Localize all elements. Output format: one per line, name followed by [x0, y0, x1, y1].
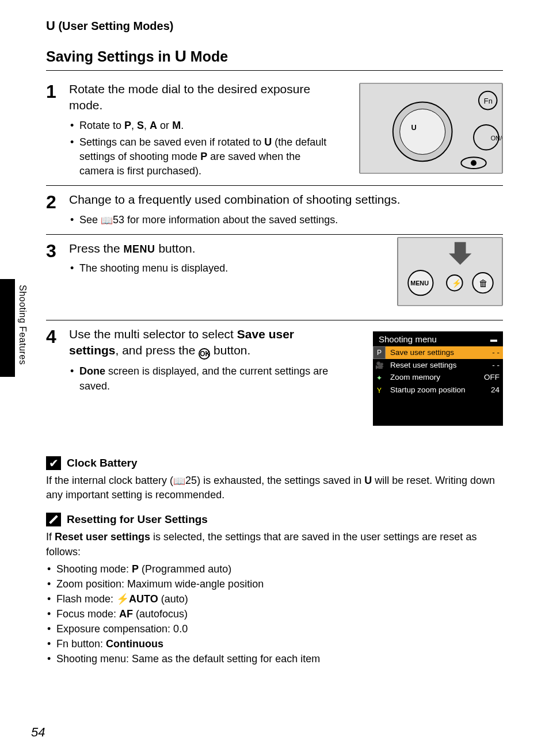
- title-u-glyph: U: [175, 47, 186, 65]
- step-4-bullet-1: Done screen is displayed, and the curren…: [69, 364, 334, 393]
- step-rule-3: [46, 320, 503, 320]
- title-pre: Saving Settings in: [46, 48, 175, 64]
- reset-title: Resetting for User Settings: [67, 513, 208, 526]
- clock-battery-body: If the internal clock battery (📖25) is e…: [46, 474, 503, 502]
- menu-button-glyph: MENU: [124, 243, 155, 255]
- menu-tab-p-icon: P: [373, 346, 386, 359]
- page-header: U (User Setting Modes): [46, 18, 503, 33]
- step-rule-2: [46, 234, 503, 235]
- step-4-number: 4: [46, 327, 69, 346]
- notes: ✔ Clock Battery If the internal clock ba…: [46, 456, 503, 666]
- svg-text:U: U: [411, 123, 416, 132]
- svg-text:🗑: 🗑: [479, 278, 488, 288]
- caution-icon: ✔: [46, 456, 61, 470]
- step-3-number: 3: [46, 242, 69, 260]
- svg-text:⚡: ⚡: [452, 278, 462, 288]
- menu-button-illustration: MENU ⚡ 🗑: [397, 237, 503, 306]
- menu-side-icons: P 🎥 ✦ Y: [373, 346, 386, 397]
- menu-tab-gps-icon: ✦: [373, 372, 386, 384]
- menu-tab-setup-icon: Y: [373, 384, 386, 397]
- step-2-number: 2: [46, 193, 69, 211]
- step-1-bullet-2: Settings can be saved even if rotated to…: [69, 135, 334, 179]
- step-1-title: Rotate the mode dial to the desired expo…: [69, 81, 340, 114]
- reset-li-7: Shooting menu: Same as the default setti…: [46, 651, 503, 666]
- svg-text:ON/O: ON/O: [491, 135, 502, 142]
- page-number: 54: [31, 725, 45, 740]
- reset-li-4: Focus mode: AF (autofocus): [46, 606, 503, 621]
- title-rule: [46, 70, 503, 71]
- svg-text:Fn: Fn: [484, 97, 493, 105]
- menu-row-reset: Reset user settings- -: [386, 359, 503, 372]
- header-text: (User Setting Modes): [55, 20, 174, 32]
- reset-li-1: Shooting mode: P (Programmed auto): [46, 562, 503, 576]
- svg-rect-10: [398, 238, 502, 306]
- battery-icon: ▬: [490, 335, 497, 343]
- menu-title-text: Shooting menu: [379, 334, 437, 344]
- step-2-bullet-1: See 📖53 for more information about the s…: [69, 213, 503, 227]
- reset-li-5: Exposure compensation: 0.0: [46, 621, 503, 636]
- menu-tab-movie-icon: 🎥: [373, 359, 386, 372]
- menu-row-save: Save user settings- -: [386, 346, 503, 359]
- clock-battery-head: ✔ Clock Battery: [46, 456, 503, 470]
- step-2: 2 Change to a frequently used combinatio…: [46, 192, 503, 230]
- svg-point-9: [471, 160, 476, 166]
- title-post: Mode: [186, 48, 228, 64]
- ok-button-icon: OK: [199, 348, 210, 360]
- book-icon: 📖: [101, 214, 113, 228]
- clock-battery-title: Clock Battery: [67, 457, 138, 469]
- reset-body: If Reset user settings is selected, the …: [46, 530, 503, 666]
- menu-row-startup-zoom: Startup zoom position24: [386, 384, 503, 396]
- step-4-title: Use the multi selector to select Save us…: [69, 326, 340, 360]
- svg-point-2: [400, 109, 445, 154]
- svg-text:MENU: MENU: [410, 280, 429, 287]
- menu-title-bar: Shooting menu ▬: [373, 331, 503, 346]
- step-2-title: Change to a frequently used combination …: [69, 192, 503, 208]
- reset-li-3: Flash mode: ⚡AUTO (auto): [46, 591, 503, 606]
- u-mode-glyph: U: [46, 18, 55, 33]
- mode-dial-illustration: U Fn ON/O: [359, 83, 503, 174]
- menu-row-zoom-memory: Zoom memoryOFF: [386, 371, 503, 384]
- shooting-menu-screenshot: Shooting menu ▬ P 🎥 ✦ Y Save user settin…: [373, 331, 503, 426]
- reset-li-2: Zoom position: Maximum wide-angle positi…: [46, 576, 503, 591]
- page-title: Saving Settings in U Mode: [46, 47, 503, 66]
- step-1-bullet-1: Rotate to P, S, A or M.: [69, 119, 334, 133]
- step-1-number: 1: [46, 82, 69, 101]
- reset-head: Resetting for User Settings: [46, 513, 503, 526]
- pencil-icon: [46, 513, 61, 526]
- reset-li-6: Fn button: Continuous: [46, 636, 503, 651]
- step-rule-1: [46, 185, 503, 186]
- book-icon: 📖: [173, 475, 185, 488]
